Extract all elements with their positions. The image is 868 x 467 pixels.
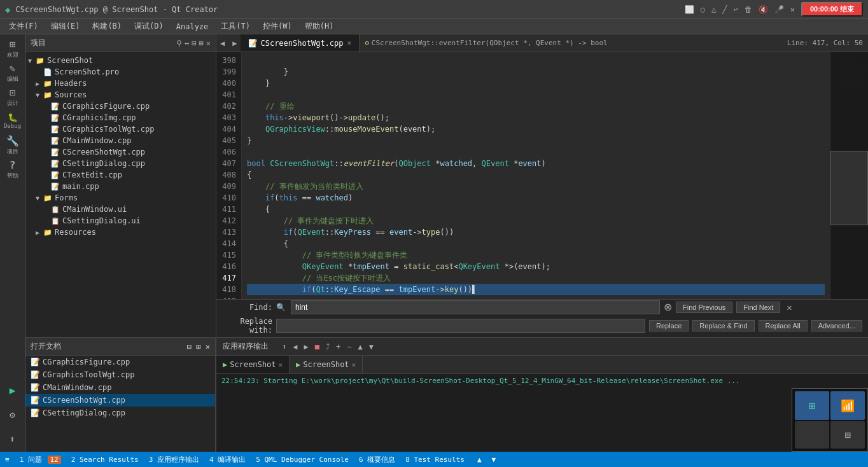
status-test[interactable]: 8 Test Results — [405, 456, 465, 464]
minimap[interactable]: ·········· ········· ··············· ···… — [830, 52, 868, 299]
status-app-output[interactable]: 3 应用程序输出 — [149, 455, 199, 464]
od-close[interactable]: ✕ — [206, 342, 210, 351]
tree-item-cgraphicstoolwgt[interactable]: 📝 CGraphicsToolWgt.cpp — [25, 123, 216, 135]
menu-controls[interactable]: 控件(W) — [256, 20, 298, 33]
tree-item-cmainwindowui[interactable]: 📋 CMainWindow.ui — [25, 204, 216, 215]
icon-rect[interactable]: ⬜ — [685, 5, 694, 14]
doc-item-2[interactable]: 📝 CMainWindow.cpp — [25, 381, 215, 394]
tree-item-forms[interactable]: ▼ 📁 Forms — [25, 192, 216, 204]
status-up-arrow[interactable]: ▲ — [477, 456, 482, 464]
close-panel-icon[interactable]: ✕ — [206, 39, 211, 48]
menu-tools[interactable]: 工具(T) — [214, 20, 256, 33]
bt-icon3[interactable]: ▶ — [302, 342, 310, 351]
bt-icon2[interactable]: ◀ — [291, 342, 299, 351]
icon-mic[interactable]: 🎤 — [774, 5, 784, 14]
nav-next[interactable]: ▶ — [228, 39, 241, 48]
bottom-tab-screenshot2[interactable]: ▶ ScreenShot ✕ — [290, 356, 363, 373]
ui-icon-1: 📋 — [51, 206, 60, 214]
status-summary[interactable]: 6 概要信息 — [359, 455, 395, 464]
open-docs-panel: 打开文档 ⊟ ⊞ ✕ 📝 CGraphicsFigure.cpp 📝 CGrap… — [25, 337, 216, 452]
tree-item-headers[interactable]: ▶ 📁 Headers — [25, 78, 216, 89]
status-down-arrow[interactable]: ▼ — [492, 456, 496, 464]
tree-item-cgraphicsfigure[interactable]: 📝 CGraphicsFigure.cpp — [25, 101, 216, 112]
tree-item-cgraphicsimg[interactable]: 📝 CGraphicsImg.cpp — [25, 112, 216, 123]
code-editor[interactable]: } } // 重绘 this->viewport()->update(); QG… — [242, 52, 830, 299]
tab-close-1[interactable]: ✕ — [347, 39, 352, 47]
tree-item-cscreenshotwgt[interactable]: 📝 CScreenShotWgt.cpp — [25, 146, 216, 158]
bottom-tab-screenshot1[interactable]: ▶ ScreenShot ✕ — [216, 356, 290, 373]
status-qml[interactable]: 5 QML Debugger Console — [256, 456, 349, 464]
help-label: 帮助 — [7, 172, 18, 180]
od-icon1[interactable]: ⊟ — [187, 342, 192, 351]
tree-item-csettingdialogui[interactable]: 📋 CSettingDialog.ui — [25, 215, 216, 227]
find-clear-btn[interactable]: ⊗ — [664, 301, 672, 313]
tree-item-resources[interactable]: ▶ 📁 Resources — [25, 227, 216, 238]
icon-speaker[interactable]: 🔇 — [759, 5, 768, 14]
bt-icon4[interactable]: ■ — [313, 342, 321, 351]
collapse-icon[interactable]: ⊟ — [192, 39, 196, 48]
icon-trash[interactable]: 🗑 — [745, 5, 752, 14]
code-container[interactable]: 398 399 400 401 402 403 404 405 406 407 … — [216, 52, 868, 299]
bt-down[interactable]: ▼ — [367, 342, 375, 351]
tree-item-root[interactable]: ▼ 📁 ScreenShot — [25, 55, 216, 66]
menu-edit[interactable]: 编辑(E) — [45, 20, 87, 33]
bt-up[interactable]: ▲ — [356, 342, 364, 351]
menu-debug[interactable]: 调试(D) — [128, 20, 170, 33]
find-input[interactable] — [291, 300, 660, 314]
bt-icon6[interactable]: + — [334, 342, 342, 351]
od-icon2[interactable]: ⊞ — [196, 342, 200, 351]
timer-button[interactable]: 00:00:00 结束 — [801, 2, 863, 17]
tree-item-csettingdialog[interactable]: 📝 CSettingDialog.cpp — [25, 158, 216, 169]
icon-close-x[interactable]: ╱ — [722, 5, 727, 14]
doc-item-3[interactable]: 📝 CScreenShotWgt.cpp — [25, 394, 215, 407]
bt-icon1[interactable]: ⬆ — [280, 342, 288, 351]
bottom-tab-close1[interactable]: ✕ — [278, 361, 283, 369]
tree-item-main[interactable]: 📝 main.cpp — [25, 181, 216, 192]
icon-close[interactable]: ✕ — [790, 5, 795, 14]
menu-build[interactable]: 构建(B) — [86, 20, 128, 33]
bt-icon5[interactable]: ⤴ — [324, 342, 332, 351]
bt-icon7[interactable]: − — [345, 342, 353, 351]
advanced-btn[interactable]: Advanced... — [811, 320, 862, 331]
bottom-tab-close2[interactable]: ✕ — [352, 361, 356, 369]
status-problems[interactable]: 1 问题 12 — [20, 455, 61, 464]
sidebar-item-debug[interactable]: 🐛 Debug — [1, 109, 24, 132]
tab-cscreenshotwgt[interactable]: 📝 CScreenShotWgt.cpp ✕ — [241, 34, 360, 52]
icon-undo[interactable]: ↩ — [733, 5, 738, 14]
tree-item-ctextedit[interactable]: 📝 CTextEdit.cpp — [25, 169, 216, 181]
doc-item-0[interactable]: 📝 CGraphicsFigure.cpp — [25, 356, 215, 368]
sidebar-item-welcome[interactable]: ⊞ 欢迎 — [1, 37, 24, 60]
find-close-btn[interactable]: ✕ — [787, 302, 792, 312]
replace-input[interactable] — [276, 319, 645, 333]
minimap-viewport[interactable] — [830, 151, 868, 225]
sync-icon[interactable]: ↔ — [185, 39, 189, 48]
sidebar-item-help[interactable]: ? 帮助 — [1, 158, 24, 181]
tree-item-cmainwindow[interactable]: 📝 CMainWindow.cpp — [25, 135, 216, 146]
expand-icon[interactable]: ⊞ — [199, 39, 204, 48]
menu-analyze[interactable]: Analyze — [170, 21, 215, 32]
run-button[interactable]: ▶ — [1, 379, 24, 402]
extra-button[interactable]: ⬆ — [1, 428, 24, 450]
tree-item-sources[interactable]: ▼ 📁 Sources — [25, 89, 216, 101]
sidebar-item-edit[interactable]: ✎ 编辑 — [1, 61, 24, 84]
tree-item-pro[interactable]: 📄 ScreenShot.pro — [25, 66, 216, 78]
status-search[interactable]: 2 Search Results — [71, 456, 139, 464]
filter-icon[interactable]: ⚲ — [176, 39, 182, 48]
doc-item-4[interactable]: 📝 CSettingDialog.cpp — [25, 407, 215, 419]
replace-btn[interactable]: Replace — [649, 320, 689, 331]
sidebar-item-projects[interactable]: 🔧 项目 — [1, 134, 24, 157]
icon-circle[interactable]: ○ — [701, 5, 705, 14]
nav-prev[interactable]: ◀ — [216, 39, 228, 48]
find-next-btn[interactable]: Find Next — [736, 302, 780, 313]
replace-find-btn[interactable]: Replace & Find — [692, 320, 754, 331]
menu-help[interactable]: 帮助(H) — [298, 20, 340, 33]
build-button[interactable]: ⚙ — [1, 403, 24, 426]
find-previous-btn[interactable]: Find Previous — [676, 302, 732, 313]
doc-item-1[interactable]: 📝 CGraphicsToolWgt.cpp — [25, 368, 215, 381]
sidebar-item-design[interactable]: ⊡ 设计 — [1, 85, 24, 108]
icon-triangle[interactable]: △ — [711, 5, 716, 14]
status-icon: ≡ — [5, 456, 10, 464]
replace-all-btn[interactable]: Replace All — [759, 320, 808, 331]
status-compile[interactable]: 4 编译输出 — [209, 455, 246, 464]
menu-file[interactable]: 文件(F) — [3, 20, 45, 33]
